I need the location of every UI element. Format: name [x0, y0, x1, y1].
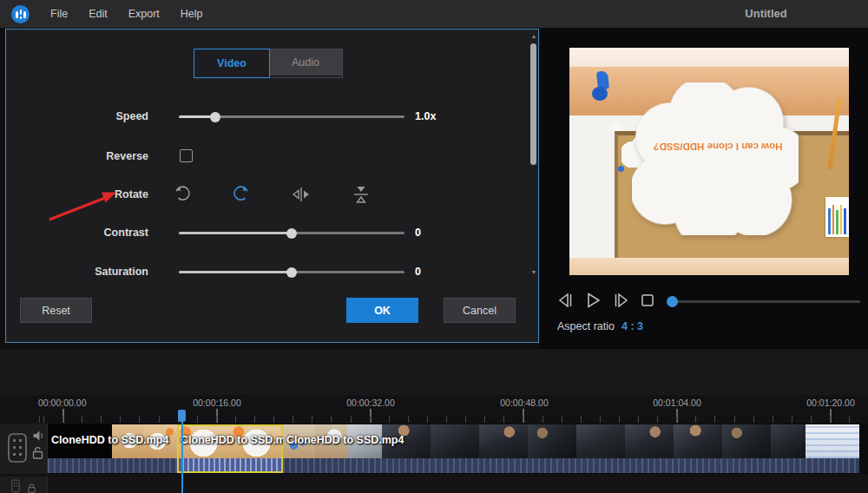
speed-slider-thumb[interactable]: [210, 112, 220, 122]
clip-label: CloneHDD to SSD.mp: [181, 434, 283, 446]
contrast-slider[interactable]: [179, 227, 404, 239]
timeline: 00:00:00.00 00:00:16.00 00:00:32.00 00:0…: [0, 395, 868, 493]
lock-icon[interactable]: [27, 483, 36, 493]
next-frame-button[interactable]: [610, 290, 631, 311]
flip-horizontal-icon: [291, 186, 312, 203]
rotate-label: Rotate: [6, 188, 148, 200]
playhead-line: [181, 411, 183, 493]
scrollbar-thumb[interactable]: [530, 43, 536, 165]
flip-vertical-icon: [352, 184, 370, 205]
speed-value: 1.0x: [415, 110, 458, 122]
dialog-tabs: Video Audio: [194, 49, 343, 78]
flip-vertical-button[interactable]: [350, 183, 372, 206]
track-icon: [6, 479, 25, 493]
timeline-clip-2-selected[interactable]: CloneHDD to SSD.mp: [177, 424, 283, 473]
ok-button[interactable]: OK: [346, 298, 418, 323]
timeline-clip-1[interactable]: CloneHDD to SSD.mp4: [48, 424, 177, 473]
timeline-clip-3[interactable]: CloneHDD to SSD.mp4: [283, 424, 859, 473]
progress-thumb[interactable]: [667, 296, 678, 307]
menu-item-help[interactable]: Help: [181, 8, 203, 20]
rotate-counterclockwise-button[interactable]: [171, 183, 194, 206]
second-track-header: [0, 477, 48, 493]
color-swatch-card: [825, 197, 849, 237]
unlock-icon[interactable]: [32, 446, 43, 459]
rotate-counterclockwise-icon: [173, 185, 192, 204]
playback-controls: [540, 288, 868, 314]
cancel-button[interactable]: Cancel: [444, 298, 516, 323]
speaker-icon[interactable]: [32, 430, 44, 442]
second-track[interactable]: [48, 477, 868, 493]
previous-frame-icon: [556, 290, 576, 311]
flip-horizontal-button[interactable]: [290, 183, 312, 206]
rotate-clockwise-button[interactable]: [230, 183, 253, 206]
toolbar: Export: [0, 349, 868, 395]
contrast-slider-thumb[interactable]: [286, 228, 297, 239]
clip-audio-waveform: [177, 458, 283, 473]
contrast-label: Contrast: [6, 227, 148, 239]
reset-button[interactable]: Reset: [20, 298, 92, 323]
clip-settings-dialog: Video Audio Speed 1.0x Reverse Rotate: [5, 29, 539, 343]
time-label: 00:00:00.00: [38, 398, 86, 408]
stop-button[interactable]: [637, 290, 658, 311]
saturation-slider[interactable]: [179, 266, 404, 278]
stop-icon: [637, 290, 658, 311]
rotate-clockwise-icon: [232, 185, 251, 204]
time-label: 00:01:20.00: [806, 398, 854, 408]
window-title: Untitled: [712, 0, 820, 28]
app-window: File Edit Export Help Untitled Video Aud…: [0, 0, 868, 493]
tab-video[interactable]: Video: [194, 49, 270, 78]
tab-audio[interactable]: Audio: [269, 49, 342, 76]
time-label: 00:00:48.00: [500, 398, 548, 408]
preview-video: How can I clone HDD/SSD?: [569, 48, 849, 275]
preview-panel: How can I clone HDD/SSD? Aspect ratio4 :…: [540, 28, 868, 349]
saturation-label: Saturation: [6, 266, 148, 278]
video-track-header: [0, 424, 48, 474]
play-icon: [582, 290, 603, 311]
video-track: CloneHDD to SSD.mp4 CloneHDD to SSD.mp C…: [48, 424, 868, 474]
menu-item-export[interactable]: Export: [128, 8, 160, 20]
reverse-checkbox[interactable]: [180, 149, 193, 162]
speed-slider[interactable]: [179, 110, 404, 122]
contrast-value: 0: [415, 227, 458, 239]
thought-bubble: [632, 82, 799, 235]
next-frame-icon: [610, 290, 631, 311]
menubar: File Edit Export Help Untitled: [0, 0, 868, 28]
play-button[interactable]: [582, 290, 603, 311]
scroll-down-icon[interactable]: ▼: [529, 268, 539, 277]
clip-audio-waveform: [48, 458, 177, 473]
reverse-label: Reverse: [6, 150, 148, 162]
time-label: 00:00:16.00: [193, 398, 240, 408]
playhead[interactable]: [178, 410, 186, 422]
bubble-text: How can I clone HDD/SSD?: [653, 141, 783, 152]
app-logo-icon: [11, 5, 30, 23]
clip-label: CloneHDD to SSD.mp4: [51, 434, 168, 446]
aspect-ratio-value[interactable]: 4 : 3: [621, 320, 643, 332]
scroll-up-icon[interactable]: ▲: [529, 32, 539, 41]
saturation-value: 0: [415, 266, 458, 278]
menu-item-file[interactable]: File: [50, 8, 68, 20]
aspect-ratio-row: Aspect ratio4 : 3: [557, 320, 643, 332]
clip-label: CloneHDD to SSD.mp4: [286, 434, 404, 446]
time-label: 00:00:32.00: [346, 398, 394, 408]
dialog-scrollbar[interactable]: ▲ ▼: [529, 32, 539, 339]
clip-audio-waveform: [283, 458, 859, 473]
aspect-ratio-label: Aspect ratio: [557, 320, 615, 332]
saturation-slider-thumb[interactable]: [286, 267, 297, 278]
time-label: 00:01:04.00: [653, 398, 700, 408]
speed-label: Speed: [6, 110, 148, 122]
video-track-icon: [6, 432, 29, 463]
preview-progress-slider[interactable]: [667, 300, 860, 303]
previous-frame-button[interactable]: [556, 290, 576, 311]
menu-item-edit[interactable]: Edit: [89, 8, 108, 20]
